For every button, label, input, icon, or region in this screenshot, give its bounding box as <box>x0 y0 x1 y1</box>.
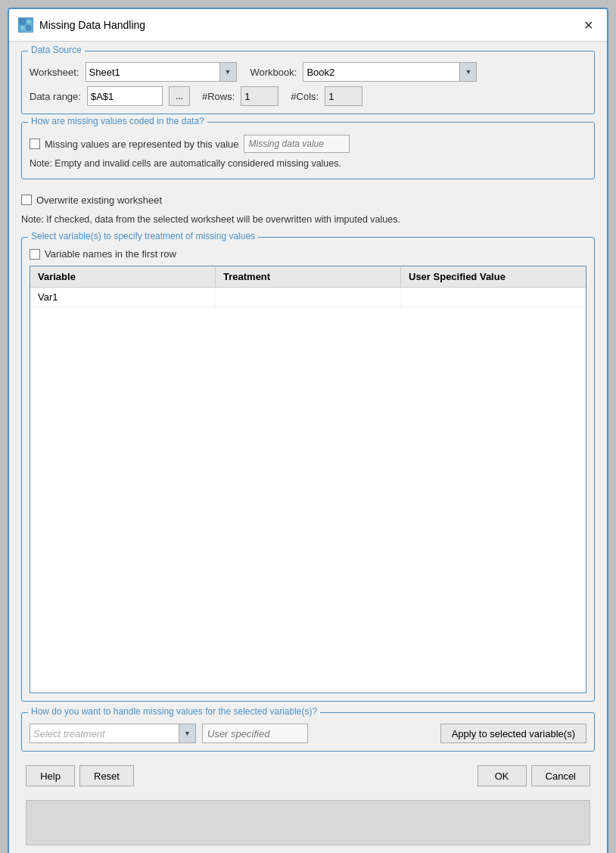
title-bar: Missing Data Handling ✕ <box>9 9 607 42</box>
svg-rect-3 <box>26 26 31 30</box>
close-button[interactable]: ✕ <box>578 15 598 35</box>
reset-button[interactable]: Reset <box>79 765 134 786</box>
variable-table: Variable Treatment User Specified Value … <box>30 266 586 693</box>
missing-values-checkbox-label: Missing values are represented by this v… <box>45 139 239 150</box>
workbook-dropdown[interactable]: Book2 ▼ <box>303 62 477 82</box>
cell-user-value <box>401 288 586 307</box>
variable-selection-group: Select variable(s) to specify treatment … <box>21 237 595 702</box>
worksheet-dropdown[interactable]: Sheet1 ▼ <box>86 62 237 82</box>
select-treatment-dropdown[interactable]: Select treatment ▼ <box>30 724 196 743</box>
user-specified-input[interactable] <box>202 724 308 743</box>
title-bar-left: Missing Data Handling <box>18 17 145 33</box>
workbook-value: Book2 <box>306 67 459 78</box>
col-header-variable: Variable <box>30 266 216 287</box>
dialog-icon <box>18 17 33 33</box>
cancel-button[interactable]: Cancel <box>531 765 590 786</box>
workbook-label: Workbook: <box>250 67 297 78</box>
cols-input <box>325 86 362 106</box>
svg-rect-2 <box>20 26 25 30</box>
table-body: Var1 <box>30 288 586 462</box>
overwrite-note: Note: If checked, data from the selected… <box>21 213 595 227</box>
data-source-group: Data Source Worksheet: Sheet1 ▼ Workbook… <box>21 51 595 114</box>
svg-rect-0 <box>20 20 25 24</box>
overwrite-section: Overwrite existing worksheet Note: If ch… <box>21 187 595 230</box>
missing-data-dialog: Missing Data Handling ✕ Data Source Work… <box>8 8 608 853</box>
first-row-label: Variable names in the first row <box>45 248 176 260</box>
col-header-treatment: Treatment <box>216 266 401 287</box>
rows-input <box>241 86 278 106</box>
missing-values-checkbox[interactable] <box>30 139 40 149</box>
svg-rect-1 <box>26 20 31 24</box>
status-bar <box>26 800 590 845</box>
data-source-label: Data Source <box>28 45 85 55</box>
worksheet-row: Worksheet: Sheet1 ▼ Workbook: Book2 ▼ <box>30 62 586 82</box>
data-range-input[interactable] <box>87 86 163 106</box>
missing-values-label: How are missing values coded in the data… <box>28 116 207 126</box>
missing-data-value-input[interactable] <box>244 135 350 153</box>
table-row[interactable]: Var1 <box>30 288 586 307</box>
missing-values-note: Note: Empty and invalid cells are automa… <box>30 157 586 171</box>
treatment-row: Select treatment ▼ Apply to selected var… <box>30 724 586 743</box>
help-button[interactable]: Help <box>26 765 75 786</box>
variable-selection-label: Select variable(s) to specify treatment … <box>28 231 258 241</box>
overwrite-checkbox-label: Overwrite existing worksheet <box>36 195 162 206</box>
table-header: Variable Treatment User Specified Value <box>30 266 586 288</box>
worksheet-label: Worksheet: <box>30 67 79 78</box>
cell-variable: Var1 <box>30 288 216 307</box>
apply-button[interactable]: Apply to selected variable(s) <box>440 724 586 743</box>
rows-label: #Rows: <box>202 91 235 102</box>
first-row-checkbox-row: Variable names in the first row <box>30 248 586 260</box>
treatment-section: How do you want to handle missing values… <box>21 712 595 752</box>
footer-right: OK Cancel <box>478 765 590 786</box>
select-treatment-arrow-icon: ▼ <box>179 724 195 742</box>
dialog-body: Data Source Worksheet: Sheet1 ▼ Workbook… <box>9 42 607 853</box>
browse-button[interactable]: ... <box>169 86 190 106</box>
workbook-arrow-icon: ▼ <box>459 63 476 81</box>
treatment-group-label: How do you want to handle missing values… <box>28 706 320 717</box>
select-treatment-text: Select treatment <box>33 728 179 739</box>
col-header-user-value: User Specified Value <box>401 266 586 287</box>
worksheet-arrow-icon: ▼ <box>219 63 236 81</box>
cell-treatment <box>216 288 401 307</box>
first-row-checkbox[interactable] <box>30 249 40 260</box>
missing-values-checkbox-row: Missing values are represented by this v… <box>30 135 586 153</box>
cols-label: #Cols: <box>291 91 319 102</box>
overwrite-checkbox[interactable] <box>21 195 32 205</box>
missing-values-group: How are missing values coded in the data… <box>21 122 595 179</box>
data-range-label: Data range: <box>30 91 81 102</box>
ok-button[interactable]: OK <box>478 765 527 786</box>
data-range-row: Data range: ... #Rows: #Cols: <box>30 86 586 106</box>
dialog-title: Missing Data Handling <box>39 19 145 31</box>
footer-buttons: Help Reset OK Cancel <box>21 759 595 792</box>
overwrite-checkbox-row: Overwrite existing worksheet <box>21 195 595 206</box>
worksheet-value: Sheet1 <box>89 67 219 78</box>
